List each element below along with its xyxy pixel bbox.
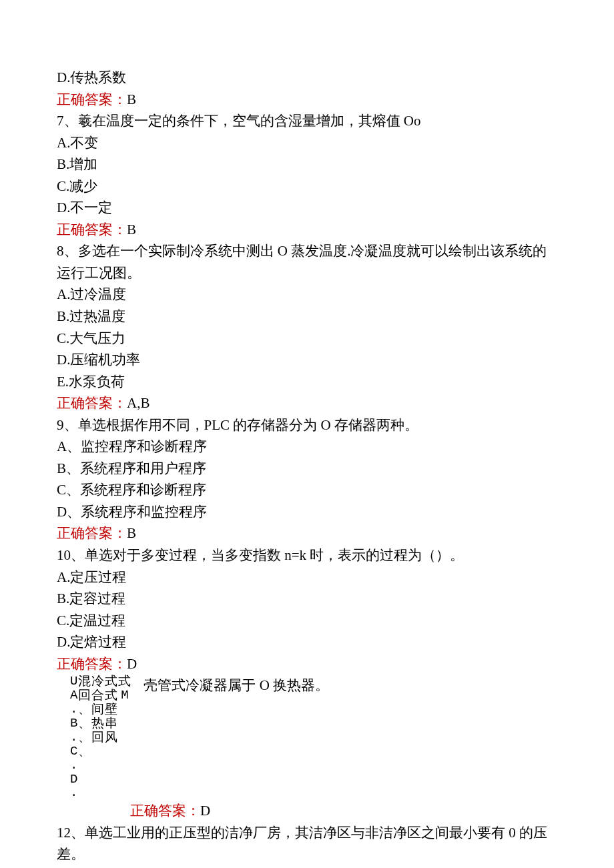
q6-answer: 正确答案：B (57, 89, 561, 111)
q10-option-b: B.定容过程 (57, 588, 561, 610)
q7-option-b: B.增加 (57, 153, 561, 175)
answer-label: 正确答案： (57, 525, 127, 541)
answer-value: B (127, 525, 136, 541)
q12-option-a: A. IOPa (57, 865, 561, 868)
q11-stem-text: 壳管式冷凝器属于 O 换热器。 (131, 675, 329, 697)
q12-stem: 12、单选工业用的正压型的洁净厂房，其洁净区与非洁净区之间最小要有 0 的压差。 (57, 822, 561, 865)
answer-value: B (127, 222, 136, 238)
q11-vcol-3: 式 式 壁 串 风 (105, 675, 117, 744)
q11-vcol-4: 式 M (118, 675, 131, 703)
q11-vertical-columns: U A . B . C . D . 混 回 、 、 、 、 冷 合 间 (57, 675, 131, 800)
q7-option-c: C.减少 (57, 175, 561, 197)
q10-option-a: A.定压过程 (57, 566, 561, 588)
answer-value: D (127, 656, 137, 672)
q7-option-a: A.不变 (57, 132, 561, 154)
q8-option-a: A.过冷温度 (57, 284, 561, 306)
q11-vcol-1: 混 回 、 、 、 、 (78, 675, 91, 758)
answer-value: B (127, 91, 136, 107)
q11-vcol-2: 冷 合 间 热 回 (91, 675, 104, 744)
q10-option-d: D.定焙过程 (57, 631, 561, 653)
q7-stem: 7、羲在温度一定的条件下，空气的含湿量增加，其熔值 Oo (57, 110, 561, 132)
q6-option-d: D.传热系数 (57, 67, 561, 89)
answer-label: 正确答案： (57, 656, 127, 672)
q10-answer: 正确答案：D (57, 653, 561, 675)
q7-answer: 正确答案：B (57, 219, 561, 241)
answer-label: 正确答案： (130, 803, 200, 819)
q9-stem: 9、单选根据作用不同，PLC 的存储器分为 O 存储器两种。 (57, 414, 561, 436)
answer-value: A,B (127, 395, 149, 411)
q8-option-b: B.过热温度 (57, 306, 561, 328)
q8-answer: 正确答案：A,B (57, 392, 561, 414)
document-page: D.传热系数 正确答案：B 7、羲在温度一定的条件下，空气的含湿量增加，其熔值 … (0, 0, 614, 868)
q10-option-c: C.定温过程 (57, 610, 561, 632)
answer-value: D (200, 803, 210, 819)
q8-option-c: C.大气压力 (57, 328, 561, 350)
q9-answer: 正确答案：B (57, 522, 561, 544)
answer-label: 正确答案： (57, 91, 127, 107)
answer-label: 正确答案： (57, 222, 127, 238)
q7-option-d: D.不一定 (57, 197, 561, 219)
q8-option-d: D.压缩机功率 (57, 349, 561, 371)
q9-option-b: B、系统程序和用户程序 (57, 458, 561, 480)
q9-option-d: D、系统程序和监控程序 (57, 501, 561, 523)
q9-option-a: A、监控程序和诊断程序 (57, 436, 561, 458)
q11-block: U A . B . C . D . 混 回 、 、 、 、 冷 合 间 (57, 675, 561, 800)
q11-answer: 正确答案：D (57, 800, 561, 822)
q8-stem: 8、多选在一个实际制冷系统中测出 O 蒸发温度.冷凝温度就可以绘制出该系统的运行… (57, 240, 561, 284)
q11-vcol-0: U A . B . C . D . (70, 675, 77, 800)
q9-option-c: C、系统程序和诊断程序 (57, 479, 561, 501)
q10-stem: 10、单选对于多变过程，当多变指数 n=k 时，表示的过程为（）。 (57, 544, 561, 566)
answer-label: 正确答案： (57, 395, 127, 411)
q8-option-e: E.水泵负荷 (57, 371, 561, 393)
